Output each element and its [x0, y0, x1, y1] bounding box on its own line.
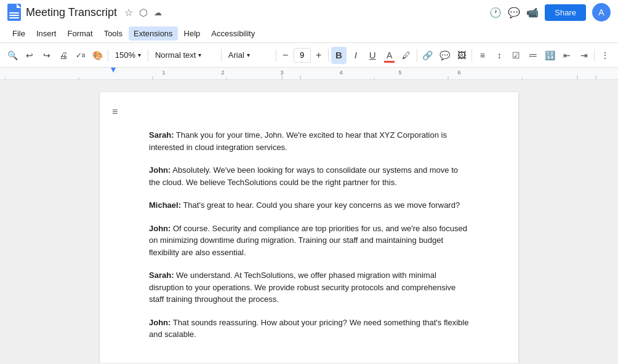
line-spacing-button[interactable]: ↕ — [492, 47, 507, 64]
text-john-1: Absolutely. We've been looking for ways … — [149, 165, 458, 187]
menu-insert[interactable]: Insert — [31, 26, 62, 41]
comments-icon[interactable]: 💬 — [508, 7, 520, 18]
align-button[interactable]: ≡ — [475, 47, 490, 64]
header-right: 🕐 💬 📹 Share A — [489, 3, 611, 22]
text-style-dropdown-icon: ▾ — [198, 52, 201, 58]
comment-button[interactable]: 💬 — [436, 47, 452, 64]
divider-4 — [276, 49, 276, 61]
text-michael-1: That's great to hear. Could you share yo… — [181, 200, 460, 210]
link-button[interactable]: 🔗 — [420, 47, 435, 64]
speaker-sarah-2: Sarah: — [149, 271, 174, 280]
star-icon[interactable]: ☆ — [124, 7, 133, 18]
menu-help[interactable]: Help — [179, 26, 206, 41]
font-color-button[interactable]: A — [382, 47, 397, 64]
document-title: Meeting Transcript — [26, 6, 117, 19]
text-style-select[interactable]: Normal text ▾ — [151, 47, 219, 64]
toolbar: 🔍 ↩ ↪ 🖨 ✓a 🎨 150% ▾ Normal text ▾ Arial … — [0, 43, 618, 68]
paragraph-john-2: John: Of course. Security and compliance… — [149, 223, 469, 259]
divider-5 — [328, 49, 329, 61]
speaker-michael-1: Michael: — [149, 200, 181, 210]
font-size-increase-button[interactable]: + — [312, 47, 326, 64]
title-bar-icons: ☆ ⬡ ☁ — [124, 7, 162, 18]
menu-tools[interactable]: Tools — [99, 26, 127, 41]
font-size-input[interactable] — [294, 48, 311, 63]
list-icon: ≡ — [112, 105, 118, 119]
share-button[interactable]: Share — [545, 4, 586, 21]
zoom-dropdown-icon: ▾ — [138, 52, 141, 58]
cloud-icon[interactable]: ☁ — [154, 8, 162, 17]
menu-accessibility[interactable]: Accessibility — [206, 26, 260, 41]
bold-button[interactable]: B — [331, 47, 347, 64]
divider-2 — [148, 49, 148, 61]
spellcheck-button[interactable]: ✓a — [73, 47, 88, 64]
text-john-3: That sounds reassuring. How about your p… — [149, 318, 468, 339]
divider-1 — [108, 49, 108, 61]
menu-file[interactable]: File — [7, 26, 30, 41]
redo-button[interactable]: ↪ — [39, 47, 54, 64]
indent-increase-button[interactable]: ⇥ — [576, 47, 592, 64]
speaker-john-3: John: — [149, 318, 171, 327]
font-size-decrease-button[interactable]: − — [279, 47, 292, 64]
speaker-john-2: John: — [149, 224, 171, 233]
image-button[interactable]: 🖼 — [454, 47, 469, 64]
print-button[interactable]: 🖨 — [55, 47, 71, 64]
paragraph-sarah-1: Sarah: Thank you for your time, John. We… — [149, 129, 469, 153]
ruler-canvas — [5, 68, 618, 80]
more-options-button[interactable]: ⋮ — [597, 47, 612, 64]
font-family-dropdown-icon: ▾ — [247, 52, 250, 58]
italic-button[interactable]: I — [348, 47, 363, 64]
font-family-label: Arial — [228, 50, 244, 60]
divider-8 — [594, 49, 595, 61]
divider-3 — [221, 49, 222, 61]
document-page: ≡ Sarah: Thank you for your time, John. … — [100, 92, 518, 363]
paragraph-john-1: John: Absolutely. We've been looking for… — [149, 164, 469, 188]
document-area[interactable]: ≡ Sarah: Thank you for your time, John. … — [0, 80, 618, 363]
title-bar: Meeting Transcript ☆ ⬡ ☁ 🕐 💬 📹 Share A — [0, 0, 618, 25]
highlight-button[interactable]: 🖊 — [398, 47, 414, 64]
account-icon[interactable]: A — [592, 3, 611, 22]
text-style-label: Normal text — [155, 50, 196, 60]
paragraph-michael-1: Michael: That's great to hear. Could you… — [149, 199, 469, 212]
undo-button[interactable]: ↩ — [22, 47, 37, 64]
divider-6 — [417, 49, 417, 61]
folder-icon[interactable]: ⬡ — [139, 7, 148, 18]
menu-format[interactable]: Format — [62, 26, 97, 41]
search-button[interactable]: 🔍 — [5, 47, 20, 64]
speaker-john-1: John: — [149, 165, 171, 175]
numbered-list-button[interactable]: 🔢 — [542, 47, 558, 64]
divider-7 — [472, 49, 472, 61]
meet-icon[interactable]: 📹 — [526, 7, 539, 18]
ruler — [0, 68, 618, 80]
speaker-sarah-1: Sarah: — [149, 130, 174, 140]
bullet-list-button[interactable]: ≔ — [526, 47, 541, 64]
font-size-group: − + — [279, 47, 326, 64]
text-john-2: Of course. Security and compliance are t… — [149, 224, 467, 257]
indent-decrease-button[interactable]: ⇤ — [560, 47, 575, 64]
menu-bar: File Insert Format Tools Extensions Help… — [0, 25, 618, 43]
menu-extensions[interactable]: Extensions — [129, 26, 178, 41]
zoom-label: 150% — [115, 50, 135, 60]
text-sarah-1: Thank you for your time, John. We're exc… — [149, 130, 447, 152]
checklist-button[interactable]: ☑ — [508, 47, 524, 64]
underline-button[interactable]: U — [365, 47, 380, 64]
history-icon[interactable]: 🕐 — [489, 7, 502, 18]
font-family-select[interactable]: Arial ▾ — [224, 47, 273, 64]
paragraph-john-3: John: That sounds reassuring. How about … — [149, 317, 469, 341]
paint-format-button[interactable]: 🎨 — [89, 47, 105, 64]
zoom-select[interactable]: 150% ▾ — [111, 47, 145, 64]
doc-icon — [7, 4, 21, 21]
paragraph-sarah-2: Sarah: We understand. At TechSolutions, … — [149, 269, 469, 306]
text-sarah-2: We understand. At TechSolutions, we offe… — [149, 271, 455, 304]
